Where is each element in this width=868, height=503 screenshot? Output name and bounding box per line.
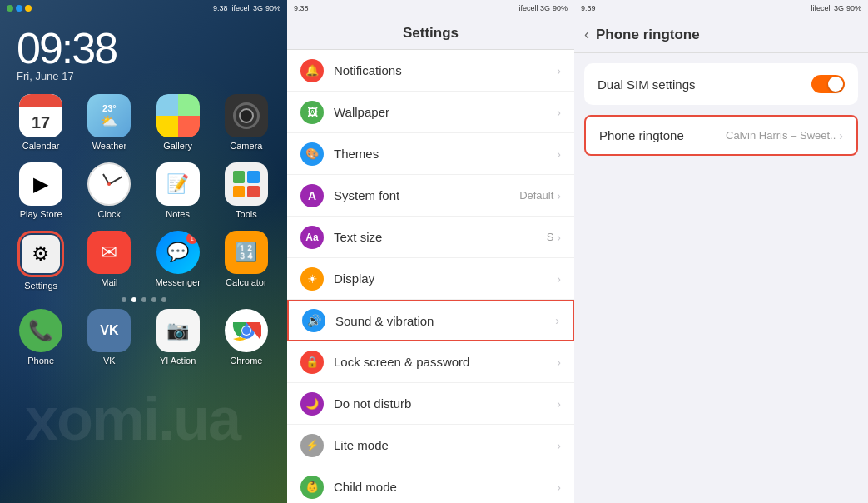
text-size-value: S xyxy=(547,231,554,243)
vk-symbol: VK xyxy=(100,323,118,338)
home-carrier: lifecell 3G xyxy=(230,4,263,12)
ringtone-status-battery: 90% xyxy=(846,4,861,12)
system-font-icon: A xyxy=(300,184,324,207)
back-button[interactable]: ‹ xyxy=(584,26,589,43)
settings-list: 🔔 Notifications › 🖼 Wallpaper › 🎨 Themes… xyxy=(287,50,574,503)
camera-icon xyxy=(225,94,268,137)
ringtone-status-right: lifecell 3G 90% xyxy=(811,4,861,12)
settings-title-bar: Settings xyxy=(287,17,574,50)
settings-item-lock[interactable]: 🔒 Lock screen & password › xyxy=(287,341,574,383)
app-vk[interactable]: VK VK xyxy=(78,309,140,366)
app-grid-row2: ▶ Play Store Clock 📝 Notes xyxy=(0,154,287,219)
wallpaper-label: Wallpaper xyxy=(334,105,557,119)
settings-item-system-font[interactable]: A System font Default › xyxy=(287,175,574,217)
playstore-label: Play Store xyxy=(20,209,62,219)
watermark-text: xomi.ua xyxy=(25,385,240,453)
text-size-symbol: Aa xyxy=(305,232,318,243)
gallery-grid xyxy=(156,94,200,137)
sound-label: Sound & vibration xyxy=(335,314,555,328)
app-tools[interactable]: Tools xyxy=(216,162,277,219)
lite-chevron: › xyxy=(557,439,561,452)
settings-item-notifications[interactable]: 🔔 Notifications › xyxy=(287,50,574,92)
home-time: 9:38 xyxy=(213,4,228,12)
app-calculator[interactable]: 🔢 Calculator xyxy=(216,231,277,291)
settings-item-dnd[interactable]: 🌙 Do not disturb › xyxy=(287,383,574,425)
app-phone[interactable]: 📞 Phone xyxy=(10,309,72,366)
lock-chevron: › xyxy=(557,356,561,369)
calculator-symbol: 🔢 xyxy=(235,242,257,263)
dual-sim-label: Dual SIM settings xyxy=(598,77,811,92)
wallpaper-chevron: › xyxy=(557,106,561,119)
phone-ringtone-row[interactable]: Phone ringtone Calvin Harris – Sweet.. › xyxy=(584,115,858,156)
toggle-knob xyxy=(828,77,843,92)
app-clock[interactable]: Clock xyxy=(78,162,140,219)
app-messenger[interactable]: 💬 1 Messenger xyxy=(147,231,209,291)
settings-status-bar: 9:38 lifecell 3G 90% xyxy=(287,0,574,17)
themes-label: Themes xyxy=(334,147,557,161)
clock-face xyxy=(89,164,129,204)
app-grid-row3: ⚙ Settings ✉ Mail 💬 1 Messenger � xyxy=(0,222,287,291)
clock-minute-hand xyxy=(109,176,122,184)
mail-icon: ✉ xyxy=(87,231,131,274)
display-label: Display xyxy=(334,271,557,286)
tool-3 xyxy=(233,186,246,198)
app-settings[interactable]: ⚙ Settings xyxy=(10,231,72,291)
ringtone-title-bar: ‹ Phone ringtone xyxy=(574,17,868,53)
settings-status-battery: 90% xyxy=(553,4,568,12)
notifications-icon: 🔔 xyxy=(300,59,324,82)
ringtone-status-carrier: lifecell 3G xyxy=(811,4,844,12)
settings-item-themes[interactable]: 🎨 Themes › xyxy=(287,133,574,175)
chrome-icon xyxy=(225,309,268,352)
signal-icon xyxy=(16,5,22,12)
font-symbol: A xyxy=(308,189,316,202)
ringtone-status-bar: 9:39 lifecell 3G 90% xyxy=(574,0,868,17)
bottom-dock: 📞 Phone VK VK 📷 YI Action xyxy=(0,302,287,366)
dual-sim-toggle[interactable] xyxy=(811,75,845,93)
settings-item-wallpaper[interactable]: 🖼 Wallpaper › xyxy=(287,92,574,133)
settings-item-text-size[interactable]: Aa Text size S › xyxy=(287,217,574,258)
gallery-cell-4 xyxy=(178,116,200,137)
sound-chevron: › xyxy=(555,314,559,327)
messenger-symbol: 💬 xyxy=(166,242,189,263)
playstore-icon: ▶ xyxy=(19,162,62,206)
phone-label: Phone xyxy=(27,356,54,366)
home-status-icons-left xyxy=(7,5,32,12)
dnd-label: Do not disturb xyxy=(334,396,557,411)
gallery-icon xyxy=(156,94,200,137)
phone-symbol: 📞 xyxy=(28,319,53,342)
lite-symbol: ⚡ xyxy=(305,439,319,451)
clock-label: Clock xyxy=(98,209,122,219)
settings-highlight-border: ⚙ xyxy=(17,231,64,277)
chrome-label: Chrome xyxy=(230,356,262,366)
display-chevron: › xyxy=(557,272,561,286)
app-camera[interactable]: Camera xyxy=(216,94,277,151)
settings-page-title: Settings xyxy=(403,25,459,42)
text-size-icon: Aa xyxy=(300,226,324,249)
app-icon-dot xyxy=(25,5,32,12)
weather-icon: 23° ⛅ xyxy=(87,94,131,137)
app-grid-row1: 17 Calendar 23° ⛅ Weather Gall xyxy=(0,86,287,151)
dnd-symbol: 🌙 xyxy=(305,397,319,410)
app-notes[interactable]: 📝 Notes xyxy=(147,162,209,219)
app-calendar[interactable]: 17 Calendar xyxy=(10,94,72,151)
app-chrome[interactable]: Chrome xyxy=(216,309,277,366)
app-weather[interactable]: 23° ⛅ Weather xyxy=(78,94,140,151)
dual-sim-row: Dual SIM settings xyxy=(584,63,858,105)
settings-item-child[interactable]: 👶 Child mode › xyxy=(287,466,574,503)
app-mail[interactable]: ✉ Mail xyxy=(78,231,140,291)
settings-item-sound[interactable]: 🔊 Sound & vibration › xyxy=(287,300,574,341)
app-playstore[interactable]: ▶ Play Store xyxy=(10,162,72,219)
gallery-cell-1 xyxy=(156,94,178,116)
cal-top xyxy=(19,94,62,107)
display-symbol: ☀ xyxy=(307,272,318,286)
ringtone-content: Dual SIM settings Phone ringtone Calvin … xyxy=(574,53,868,503)
settings-item-display[interactable]: ☀ Display › xyxy=(287,258,574,300)
calculator-icon: 🔢 xyxy=(225,231,268,274)
app-gallery[interactable]: Gallery xyxy=(147,94,209,151)
child-symbol: 👶 xyxy=(305,481,319,493)
chrome-svg xyxy=(231,316,261,346)
app-yi[interactable]: 📷 YI Action xyxy=(147,309,209,366)
calendar-icon: 17 xyxy=(19,94,62,137)
settings-item-lite[interactable]: ⚡ Lite mode › xyxy=(287,425,574,466)
ringtone-page-title: Phone ringtone xyxy=(596,27,700,43)
